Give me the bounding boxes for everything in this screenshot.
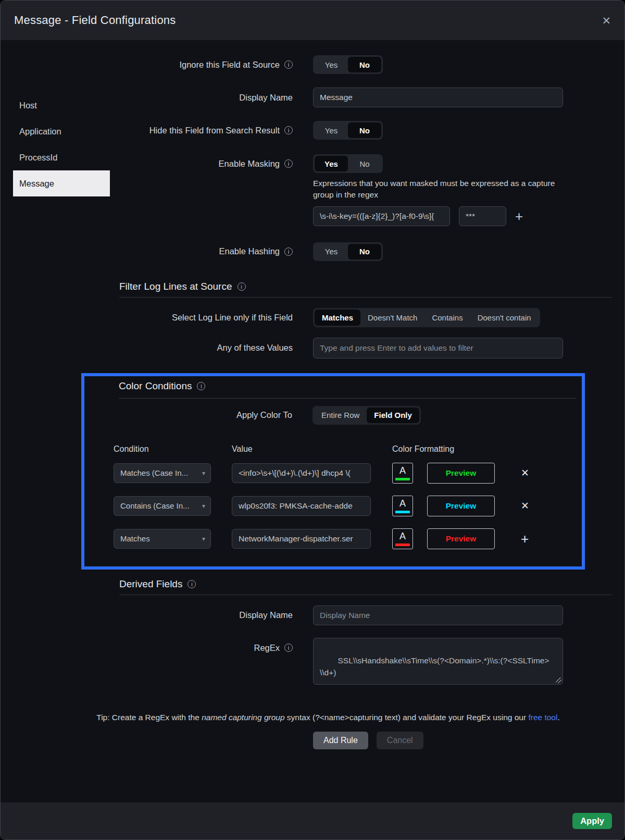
filter-section-title: Filter Log Lines at Source i — [119, 281, 612, 292]
sidebar-item-processid[interactable]: ProcessId — [13, 144, 110, 170]
font-color-button[interactable]: A — [392, 496, 413, 516]
toggle-no-option[interactable]: No — [348, 122, 381, 138]
field-list-sidebar: Host Application ProcessId Message — [13, 92, 110, 196]
label-text: Display Name — [239, 93, 293, 103]
info-icon[interactable]: i — [188, 580, 196, 588]
toggle-no-option[interactable]: No — [348, 156, 381, 171]
filter-condition-segmented[interactable]: Matches Doesn't Match Contains Doesn't c… — [313, 308, 540, 327]
toggle-yes-option[interactable]: Yes — [315, 122, 348, 138]
ignore-toggle[interactable]: Yes No — [313, 55, 383, 74]
hide-toggle[interactable]: Yes No — [313, 121, 383, 140]
ignore-field-label: Ignore this Field at Source i — [13, 60, 293, 70]
section-title-text: Derived Fields — [119, 578, 182, 590]
toggle-yes-option[interactable]: Yes — [315, 57, 348, 72]
mask-value-input[interactable] — [459, 206, 506, 226]
value-column-header: Value — [232, 444, 371, 454]
info-icon[interactable]: i — [284, 159, 293, 168]
filter-option-doesnt-contain[interactable]: Doesn't contain — [470, 310, 539, 326]
color-condition-row: Matches ▾ A Preview + — [114, 528, 582, 549]
filter-option-doesnt-match[interactable]: Doesn't Match — [360, 310, 424, 326]
label-text: Enable Masking — [219, 159, 280, 169]
derived-fields-title: Derived Fields i — [119, 578, 612, 590]
masking-toggle[interactable]: Yes No — [313, 154, 383, 173]
chevron-down-icon: ▾ — [202, 502, 205, 510]
sidebar-item-host[interactable]: Host — [13, 92, 110, 118]
display-name-input[interactable] — [313, 88, 563, 107]
color-swatch-bar — [395, 511, 410, 513]
condition-column-header: Condition — [114, 444, 211, 454]
preview-button[interactable]: Preview — [427, 496, 495, 516]
regex-text: SSL\\sHandshake\\sTime\\s(?<Domain>.*)\\… — [320, 656, 549, 677]
toggle-yes-option[interactable]: Yes — [315, 244, 348, 260]
cancel-button[interactable]: Cancel — [377, 732, 423, 749]
remove-condition-icon[interactable]: ✕ — [521, 501, 529, 511]
sidebar-item-label: Message — [19, 179, 54, 189]
chevron-down-icon: ▾ — [202, 470, 205, 477]
enable-hashing-label: Enable Hashing i — [13, 246, 293, 256]
font-color-button[interactable]: A — [392, 463, 413, 484]
derived-display-name-row: Display Name — [13, 606, 612, 625]
remove-condition-icon[interactable]: ✕ — [521, 468, 529, 478]
info-icon[interactable]: i — [284, 248, 293, 256]
preview-button[interactable]: Preview — [427, 528, 495, 549]
modal-footer: Apply — [1, 802, 624, 839]
label-text: Hide this Field from Search Result — [149, 126, 280, 135]
regex-tip: Tip: Create a RegEx with the named captu… — [13, 713, 612, 722]
apply-color-segmented[interactable]: Entire Row Field Only — [312, 406, 421, 425]
info-icon[interactable]: i — [284, 126, 293, 134]
tip-text: . — [557, 713, 559, 722]
condition-select[interactable]: Contains (Case In... ▾ — [114, 496, 211, 516]
info-icon[interactable]: i — [284, 60, 293, 69]
preview-button[interactable]: Preview — [427, 463, 495, 484]
color-condition-row: Contains (Case In... ▾ A Preview ✕ — [114, 496, 582, 516]
section-title-text: Color Conditions — [119, 380, 192, 392]
apply-color-to-row: Apply Color To Entire Row Field Only — [84, 406, 582, 425]
condition-select[interactable]: Matches (Case In... ▾ — [114, 463, 211, 483]
letter-a: A — [399, 465, 406, 476]
apply-button[interactable]: Apply — [572, 813, 612, 829]
sidebar-item-application[interactable]: Application — [13, 118, 110, 144]
info-icon[interactable]: i — [238, 282, 246, 291]
masking-pattern-row: + — [313, 206, 612, 226]
add-condition-icon[interactable]: + — [521, 532, 529, 546]
resize-handle-icon[interactable] — [556, 677, 561, 683]
add-rule-button[interactable]: Add Rule — [313, 732, 368, 749]
toggle-no-option[interactable]: No — [348, 244, 381, 260]
derived-display-name-input[interactable] — [313, 606, 563, 625]
hashing-toggle[interactable]: Yes No — [313, 242, 383, 261]
derived-regex-textarea[interactable]: SSL\\sHandshake\\sTime\\s(?<Domain>.*)\\… — [313, 638, 563, 685]
color-conditions-title: Color Conditions i — [119, 380, 582, 392]
condition-value-input[interactable] — [232, 463, 371, 483]
apply-color-to-label: Apply Color To — [84, 410, 292, 420]
section-divider — [119, 398, 577, 399]
label-text: Ignore this Field at Source — [179, 60, 280, 70]
toggle-yes-option[interactable]: Yes — [315, 156, 348, 171]
filter-values-input[interactable] — [313, 338, 563, 359]
field-configurations-modal: Message - Field Configurations ✕ Host Ap… — [0, 0, 625, 840]
add-mask-icon[interactable]: + — [515, 209, 523, 223]
color-formatting-column-header: Color Formatting — [392, 444, 454, 454]
ignore-field-row: Ignore this Field at Source i Yes No — [13, 55, 612, 74]
sidebar-item-message[interactable]: Message — [13, 170, 110, 196]
filter-values-label: Any of these Values — [13, 343, 293, 353]
free-tool-link[interactable]: free tool — [528, 713, 557, 722]
toggle-no-option[interactable]: No — [348, 57, 381, 72]
modal-header: Message - Field Configurations ✕ — [1, 1, 624, 40]
font-color-button[interactable]: A — [392, 528, 413, 549]
filter-option-contains[interactable]: Contains — [424, 310, 470, 326]
apply-option-entire-row[interactable]: Entire Row — [314, 407, 367, 423]
filter-option-matches[interactable]: Matches — [315, 310, 360, 326]
condition-value-input[interactable] — [232, 529, 371, 549]
info-icon[interactable]: i — [197, 382, 205, 390]
derived-regex-row: RegEx i SSL\\sHandshake\\sTime\\s(?<Doma… — [13, 638, 612, 685]
label-text: Apply Color To — [236, 410, 292, 420]
info-icon[interactable]: i — [284, 644, 293, 652]
masking-regex-input[interactable] — [313, 206, 450, 226]
apply-option-field-only[interactable]: Field Only — [367, 407, 419, 423]
condition-select[interactable]: Matches ▾ — [114, 529, 211, 549]
condition-value-input[interactable] — [232, 496, 371, 516]
close-icon[interactable]: ✕ — [602, 15, 611, 26]
derived-display-name-label: Display Name — [13, 610, 293, 620]
filter-condition-row: Select Log Line only if this Field Match… — [13, 308, 612, 327]
color-swatch-bar — [395, 543, 410, 546]
